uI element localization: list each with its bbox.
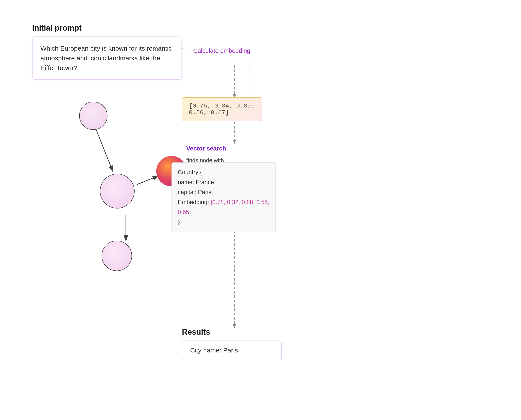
prompt-text: Which European city is known for its rom… (40, 45, 172, 71)
embedding-value-1: [0.75, 0.34, 0.89, 0.56, 0.67] (189, 103, 254, 116)
embedding-box-1: [0.75, 0.34, 0.89, 0.56, 0.67] (182, 97, 262, 121)
graph-node-top-left (79, 102, 107, 130)
results-label: Results (182, 328, 210, 337)
calc-embedding-label: Calculate embedding (193, 47, 250, 54)
results-box: City name: Paris (182, 340, 282, 360)
prompt-box: Which European city is known for its rom… (32, 37, 182, 80)
svg-rect-11 (182, 48, 249, 105)
node-type: Country { (178, 167, 269, 177)
initial-prompt-label: Initial prompt (32, 23, 82, 33)
graph-node-bottom (102, 241, 132, 271)
svg-line-9 (137, 176, 158, 185)
node-name: name: France (178, 177, 269, 188)
graph-node-center (100, 174, 134, 209)
embedding-label-text: Embedding: (178, 199, 211, 205)
node-info-box: Country { name: France capital: Paris, E… (171, 162, 276, 232)
node-closing: } (178, 217, 269, 227)
vector-search-label: Vector search (186, 145, 226, 152)
node-capital: capital: Paris, (178, 188, 269, 197)
node-embedding: Embedding: [0.78, 0.32, 0.88, 0.55, 0.65… (178, 197, 269, 218)
results-value: City name: Paris (190, 347, 238, 354)
svg-line-8 (96, 128, 113, 172)
